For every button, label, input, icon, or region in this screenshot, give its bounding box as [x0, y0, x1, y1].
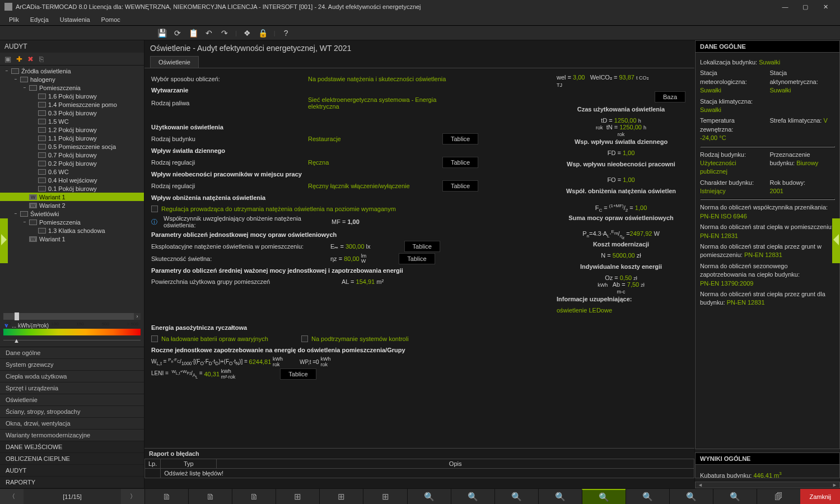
tree-row[interactable]: −Świetlówki: [0, 209, 144, 218]
slider-track[interactable]: ›: [3, 313, 141, 320]
tables-button-6[interactable]: Tablice: [280, 368, 316, 380]
slider-next[interactable]: ›: [134, 313, 141, 320]
section-item[interactable]: Oświetlenie: [0, 394, 144, 406]
scroll-right-icon[interactable]: ►: [832, 482, 837, 488]
nz-value[interactable]: 80,00: [344, 255, 360, 262]
tree-copy-icon[interactable]: ⎘: [37, 54, 46, 63]
tree-row[interactable]: 0.5 Pomieszczenie socja: [0, 142, 144, 151]
section-item[interactable]: Ciepła woda użytkowa: [0, 371, 144, 382]
cost-val[interactable]: 5000,00: [613, 252, 635, 259]
tree-row[interactable]: 0.1 Pokój biurowy: [0, 184, 144, 193]
tree-row[interactable]: WWariant 2: [0, 201, 144, 209]
menu-help[interactable]: Pomoc: [96, 15, 126, 24]
bottom-nav-icon[interactable]: 🔍: [407, 489, 451, 504]
close-button[interactable]: ✕: [815, 0, 836, 13]
base-button[interactable]: Baza: [655, 91, 685, 102]
save-icon[interactable]: 💾: [157, 28, 167, 38]
lock-icon[interactable]: 🔒: [258, 28, 268, 38]
redo-icon[interactable]: ↷: [220, 28, 230, 38]
tree-row[interactable]: −Pomieszczenia: [0, 218, 144, 226]
bottom-nav-icon[interactable]: 🗎: [232, 489, 276, 504]
tree-row[interactable]: 1.3 Klatka schodowa: [0, 226, 144, 235]
refresh-errors[interactable]: Odśwież listę błędów!: [161, 469, 694, 478]
menu-settings[interactable]: Ustawienia: [54, 15, 96, 24]
bottom-nav-icon[interactable]: 🔍: [713, 489, 757, 504]
tree-row[interactable]: 1.1 Pokój biurowy: [0, 134, 144, 142]
bottom-nav-icon[interactable]: ⊞: [319, 489, 363, 504]
regulation2-value[interactable]: Ręczny łącznik włączenie/wyłączenie: [308, 183, 431, 189]
tree-row[interactable]: −Pomieszczenia: [0, 83, 144, 92]
right-panel-scroll[interactable]: ◄►: [695, 482, 840, 488]
section-item[interactable]: Dane ogólne: [0, 347, 144, 359]
tree-row[interactable]: −halogeny: [0, 75, 144, 83]
calc-method-value[interactable]: Na podstawie natężenia i skuteczności oś…: [308, 76, 446, 82]
tree-delete-icon[interactable]: ✖: [26, 54, 35, 63]
section-item[interactable]: Ściany, stropy, stropodachy: [0, 406, 144, 418]
tab-lighting[interactable]: Oświetlenie: [150, 56, 199, 68]
tree-row[interactable]: 0.6 WC: [0, 167, 144, 176]
tree-row[interactable]: WWariant 1: [0, 235, 144, 243]
tree-row[interactable]: 1.6 Pokój biurowy: [0, 92, 144, 100]
refresh-icon[interactable]: ⟳: [172, 28, 183, 38]
bottom-nav-icon[interactable]: 🔍: [538, 489, 582, 504]
bottom-nav-icon[interactable]: ⊞: [276, 489, 319, 504]
tree-row[interactable]: WWariant 1: [0, 193, 144, 201]
building-type-value[interactable]: Restauracje: [308, 136, 409, 142]
section-item[interactable]: Sprzęt i urządzenia: [0, 382, 144, 394]
fuel-value[interactable]: Sieć elektroenergetyczna systemowa - Ene…: [308, 96, 465, 110]
close-button-bottom[interactable]: Zamknij: [800, 489, 840, 504]
tables-button-3[interactable]: Tablice: [442, 180, 478, 192]
copy-icon[interactable]: 📋: [188, 28, 198, 38]
maximize-button[interactable]: ▢: [795, 0, 815, 13]
tree-row[interactable]: 1.4 Pomieszczenie pomo: [0, 100, 144, 109]
bottom-nav-icon[interactable]: 🔍: [626, 489, 669, 504]
info-value[interactable]: oświetlenie LEDowe: [557, 307, 612, 314]
tree-row[interactable]: −Źródła oświetlenia: [0, 67, 144, 75]
tables-button-1[interactable]: Tablice: [442, 133, 478, 144]
tree-row[interactable]: 0.3 Pokój biurowy: [0, 109, 144, 117]
bottom-nav-icon[interactable]: 🗎: [188, 489, 232, 504]
scroll-left-icon[interactable]: ◄: [698, 482, 703, 488]
tables-button-2[interactable]: Tablice: [442, 157, 478, 168]
bottom-nav-icon[interactable]: 🗐: [757, 489, 800, 504]
section-header[interactable]: RAPORTY: [0, 477, 144, 488]
em-value[interactable]: 300,00: [346, 243, 365, 250]
section-item[interactable]: Okna, drzwi, wentylacja: [0, 418, 144, 430]
undo-icon[interactable]: ↶: [204, 28, 214, 38]
oz-val[interactable]: 0,50: [620, 274, 632, 281]
wel-val[interactable]: 3,00: [573, 74, 585, 81]
menu-edit[interactable]: Edycja: [25, 15, 54, 24]
regulation-value[interactable]: Ręczna: [308, 159, 409, 166]
section-item[interactable]: System grzewczy: [0, 359, 144, 371]
section-header[interactable]: OBLICZENIA CIEPLNE: [0, 453, 144, 465]
ab-val[interactable]: 7,50: [627, 281, 639, 288]
tree-collapse-icon[interactable]: ▣: [3, 54, 12, 63]
lowering-checkbox[interactable]: [151, 206, 158, 212]
tree-row[interactable]: 1.5 WC: [0, 117, 144, 125]
bottom-nav-icon[interactable]: 🔍: [669, 489, 713, 504]
bottom-nav-icon[interactable]: 🔍: [582, 489, 626, 504]
tree-row[interactable]: 0.4 Hol wejściowy: [0, 176, 144, 184]
section-header[interactable]: DANE WEJŚCIOWE: [0, 441, 144, 453]
section-header[interactable]: AUDYT: [0, 465, 144, 477]
section-item[interactable]: Warianty termomodernizacyjne: [0, 430, 144, 441]
bottom-nav-icon[interactable]: ⊞: [363, 489, 407, 504]
tree-row[interactable]: 1.2 Pokój biurowy: [0, 125, 144, 134]
bottom-nav-icon[interactable]: 🔍: [494, 489, 538, 504]
page-next-button[interactable]: 〉: [121, 489, 144, 504]
menu-file[interactable]: Plik: [3, 15, 25, 24]
help-icon[interactable]: ?: [281, 28, 291, 38]
battery-checkbox[interactable]: [151, 335, 158, 342]
control-checkbox[interactable]: [301, 335, 308, 342]
tables-button-5[interactable]: Tablice: [399, 253, 435, 264]
bottom-nav-icon[interactable]: 🗎: [144, 489, 188, 504]
slider-thumb[interactable]: [15, 312, 19, 320]
tree[interactable]: −Źródła oświetlenia−halogeny−Pomieszczen…: [0, 66, 144, 311]
tree-row[interactable]: 0.2 Pokój biurowy: [0, 159, 144, 167]
tables-button-4[interactable]: Tablice: [404, 241, 440, 252]
bottom-nav-icon[interactable]: 🔍: [451, 489, 494, 504]
layers-icon[interactable]: ❖: [242, 28, 253, 38]
tree-row[interactable]: 0.7 Pokój biurowy: [0, 151, 144, 159]
minimize-button[interactable]: —: [775, 0, 795, 13]
tree-add-icon[interactable]: ✚: [15, 54, 24, 63]
